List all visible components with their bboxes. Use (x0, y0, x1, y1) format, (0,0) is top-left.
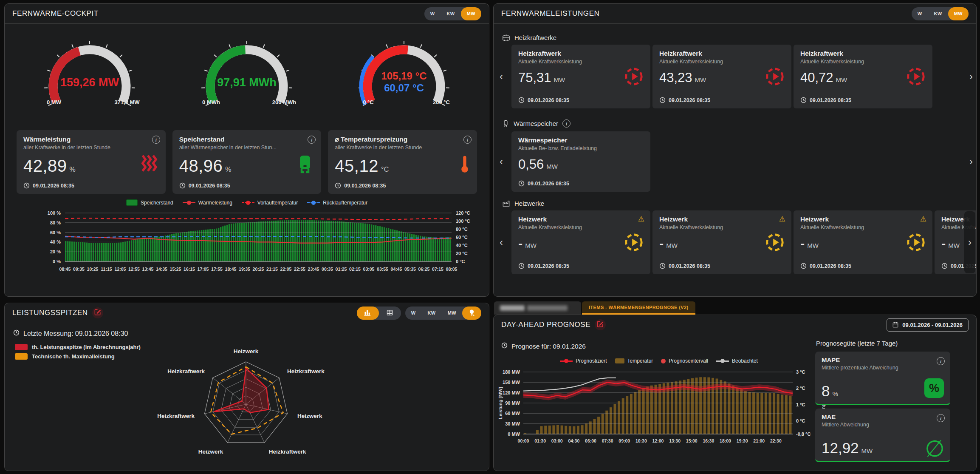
unit-kw-button[interactable]: KW (928, 7, 948, 20)
kpi-title: Wärmeleistung (23, 136, 159, 143)
legend-ruecklauftemperatur[interactable]: Rücklauftemperatur (307, 200, 367, 206)
table-view-button[interactable] (379, 307, 401, 320)
bulb-auto-icon: A (468, 309, 475, 317)
legend-speicherstand[interactable]: Speicherstand (126, 199, 173, 206)
clock-icon (335, 182, 341, 189)
heizwerk-timestamp: 09.01.2026 08:35 (800, 263, 851, 269)
svg-text:0 %: 0 % (53, 259, 61, 264)
svg-text:0 °C: 0 °C (456, 259, 465, 264)
cockpit-title: FERNWÄRME-COCKPIT (12, 9, 99, 18)
legend-leistungsspitze[interactable]: th. Leistungsspitze (im Abrechnungsjahr) (15, 344, 141, 350)
info-icon[interactable]: i (463, 136, 472, 144)
svg-text:15:25: 15:25 (170, 267, 181, 272)
svg-text:09:00: 09:00 (619, 438, 630, 443)
status-play-icon[interactable] (906, 233, 926, 254)
info-icon[interactable]: i (937, 414, 945, 422)
kpi-value: 48,96% (179, 156, 232, 176)
tab-redacted[interactable] (494, 301, 581, 315)
status-play-icon[interactable] (765, 67, 785, 88)
info-icon[interactable]: i (152, 136, 160, 144)
svg-text:10:30: 10:30 (635, 438, 647, 443)
svg-text:10:25: 10:25 (87, 267, 99, 272)
svg-text:04:45: 04:45 (391, 267, 402, 272)
edit-button[interactable] (595, 319, 606, 330)
plant-card[interactable]: Heizkraftwerk Aktuelle Kraftwerksleistun… (794, 45, 932, 108)
heizwerk-timestamp: 09.01.2026 08:35 (659, 263, 710, 269)
svg-text:0 °C: 0 °C (796, 418, 805, 423)
prognose-tabs: ITEMS - WÄRMEMENGENPROGNOSE (V2) (494, 301, 695, 315)
legend-beobachtet[interactable]: Beobachtet (716, 358, 758, 364)
leistungen-title: FERNWÄRMELEISTUNGEN (501, 9, 599, 18)
storage-card[interactable]: Wärmespeicher Aktuelle Be- bzw. Entladel… (511, 131, 650, 192)
unit-mw-button[interactable]: MW (442, 307, 462, 320)
plant-value: 40,72MW (800, 70, 847, 85)
unit-w-button[interactable]: W (405, 307, 422, 320)
svg-text:120 °C: 120 °C (456, 210, 470, 216)
chart-view-button[interactable] (357, 307, 379, 320)
mae-value: 12,92MW (822, 440, 873, 457)
clock-icon (659, 263, 666, 269)
svg-text:100 °C: 100 °C (456, 219, 470, 224)
heizwerk-card[interactable]: Heizwerk Aktuelle Kraftwerksleistung ⚠ -… (511, 210, 650, 274)
svg-text:22:05: 22:05 (280, 267, 292, 272)
carousel-next-button[interactable]: › (967, 156, 975, 167)
legend-prognoseintervall[interactable]: Prognoseintervall (661, 358, 708, 364)
tab-waermemengenprognose[interactable]: ITEMS - WÄRMEMENGENPROGNOSE (V2) (582, 301, 695, 315)
legend-vorlauftemperatur[interactable]: Vorlauftemperatur (242, 200, 298, 206)
carousel-prev-button[interactable]: ‹ (497, 236, 506, 248)
svg-text:200 °C: 200 °C (433, 99, 450, 105)
mae-card: MAE Mittlere Abweichung i 12,92MW ∅ (815, 409, 950, 462)
legend-prognostiziert[interactable]: Prognostiziert (560, 358, 607, 364)
info-icon[interactable]: i (308, 136, 316, 144)
date-range-button[interactable]: 09.01.2026 - 09.01.2026 (887, 318, 969, 332)
carousel-next-button[interactable]: › (967, 71, 975, 82)
bar-chart-icon (364, 309, 371, 317)
status-play-icon[interactable] (906, 67, 926, 88)
svg-text:02:15: 02:15 (349, 267, 361, 272)
clock-icon (23, 182, 30, 189)
svg-text:04:30: 04:30 (568, 438, 579, 443)
warning-icon: ⚠ (920, 215, 926, 224)
heizwerk-timestamp: 09.01.2026 08:35 (518, 263, 569, 269)
status-play-icon[interactable] (624, 67, 644, 88)
edit-button[interactable] (92, 307, 103, 318)
clock-icon (518, 263, 525, 269)
kpi-value: 42,89% (23, 156, 76, 176)
kpi-title: Speicherstand (179, 136, 315, 143)
unit-kw-button[interactable]: KW (422, 307, 442, 320)
unit-w-button[interactable]: W (912, 7, 928, 20)
factory-icon (502, 199, 510, 207)
status-play-icon[interactable] (624, 233, 644, 254)
info-icon[interactable]: i (562, 119, 570, 128)
heizwerk-card[interactable]: Heizwerk Aktuelle Kraftwerksleistung ⚠ -… (794, 210, 932, 274)
carousel-next-button[interactable]: › (964, 211, 975, 273)
unit-mw-button[interactable]: MW (461, 7, 481, 20)
power-plant-icon (502, 34, 510, 42)
unit-w-button[interactable]: W (424, 7, 441, 20)
red-dash-swatch-icon (242, 202, 254, 203)
plant-timestamp: 09.01.2026 08:35 (659, 97, 710, 103)
kpi-card-waermeleistung: Wärmeleistung aller Kraftwerke in der le… (17, 130, 166, 194)
status-play-icon[interactable] (765, 233, 785, 254)
legend-temperatur[interactable]: Temperatur (615, 358, 653, 364)
forecast-chart: 0 MW30 MW60 MW90 MW120 MW150 MW180 MW3 °… (495, 367, 832, 456)
info-icon[interactable]: i (937, 357, 945, 365)
plant-card[interactable]: Heizkraftwerk Aktuelle Kraftwerksleistun… (652, 45, 791, 108)
heizwerk-card[interactable]: Heizwerk Aktuelle Kraftwerksleistung ⚠ -… (652, 210, 791, 274)
spitzen-legend: th. Leistungsspitze (im Abrechnungsjahr)… (15, 344, 141, 360)
heizwerke-carousel: ‹ Heizwerk Aktuelle Kraftwerksleistung ⚠… (494, 210, 976, 274)
plant-card[interactable]: Heizkraftwerk Aktuelle Kraftwerksleistun… (511, 45, 650, 108)
legend-waermeleistung[interactable]: Wärmeleistung (183, 200, 232, 206)
auto-unit-button[interactable]: A (462, 307, 481, 320)
forecast-quality: Prognosegüte (letzte 7 Tage) MAPE Mittle… (815, 340, 950, 462)
carousel-prev-button[interactable]: ‹ (497, 71, 506, 82)
unit-mw-button[interactable]: MW (948, 7, 969, 20)
unit-kw-button[interactable]: KW (441, 7, 461, 20)
blue-dash-swatch-icon (307, 202, 320, 203)
last-measurement: Letzte Messung: 09.01.2026 08:30 (13, 329, 128, 338)
svg-text:18:00: 18:00 (720, 438, 731, 443)
storage-value: 0,56MW (518, 157, 558, 172)
legend-maximalleistung[interactable]: Technische th. Maximalleistung (15, 353, 141, 360)
carousel-prev-button[interactable]: ‹ (497, 156, 506, 167)
mape-card: MAPE Mittlere prozentuale Abweichung i 8… (815, 352, 950, 405)
